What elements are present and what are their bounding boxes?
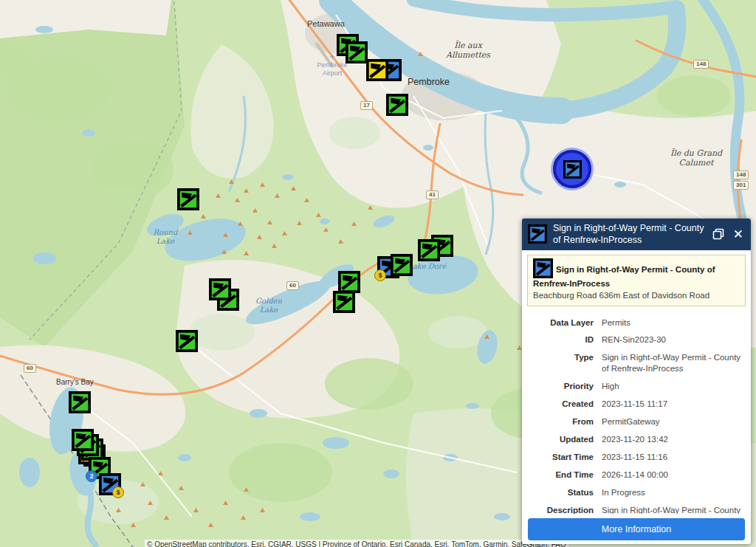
map-attribution: © OpenStreetMap contributors, Esri, CGIA… — [145, 540, 568, 547]
map-marker[interactable] — [209, 278, 231, 300]
field-label: End Time — [523, 469, 602, 481]
close-icon[interactable]: ✕ — [732, 228, 745, 241]
map-marker[interactable] — [333, 291, 355, 313]
field-label: From — [523, 416, 602, 427]
field-row: Updated2023-11-20 13:42 — [523, 434, 745, 445]
field-row: DescriptionSign in Right-of-Way Permit -… — [523, 505, 745, 514]
field-value: 2026-11-14 00:00 — [602, 469, 745, 481]
map-marker[interactable] — [72, 429, 94, 451]
panel-title: Sign in Right-of-Way Permit - County of … — [553, 222, 705, 247]
field-value: Sign in Right-of-Way Permit - County of … — [602, 352, 745, 374]
field-label: Status — [523, 487, 602, 498]
field-value: Sign in Right-of-Way Permit - County of … — [602, 505, 745, 514]
map-marker[interactable] — [346, 41, 368, 63]
field-label: Updated — [523, 434, 602, 445]
field-value: In Progress — [602, 487, 745, 498]
feature-summary: Sign in Right-of-Way Permit - County of … — [527, 255, 746, 306]
feature-summary-title: Sign in Right-of-Way Permit - County of … — [533, 265, 715, 288]
field-value: 2023-11-20 13:42 — [602, 434, 745, 445]
field-row: Created2023-11-15 11:17 — [523, 399, 745, 410]
feature-info-panel: Sign in Right-of-Way Permit - County of … — [522, 219, 751, 544]
feature-summary-address: Beachburg Road 636m East of Davidson Roa… — [533, 290, 740, 302]
field-row: TypeSign in Right-of-Way Permit - County… — [523, 352, 745, 374]
marker-badge: 2 — [86, 470, 97, 482]
map-marker[interactable] — [69, 391, 91, 413]
field-value: 2023-11-15 11:16 — [602, 452, 745, 463]
map-marker[interactable] — [391, 254, 413, 276]
map-marker[interactable] — [177, 188, 199, 210]
field-label: Description — [523, 505, 602, 514]
field-label: Data Layer — [523, 317, 602, 328]
field-label: Priority — [523, 381, 602, 392]
field-row: Data LayerPermits — [523, 317, 745, 328]
field-label: Type — [523, 352, 602, 374]
map-marker[interactable] — [338, 271, 360, 293]
marker-badge: $ — [112, 486, 124, 498]
field-value: REN-Sin2023-30 — [602, 334, 745, 345]
marker-badge: $ — [374, 269, 386, 281]
field-row: PriorityHigh — [523, 381, 745, 392]
field-value: High — [602, 381, 745, 392]
field-value: PermitGateway — [602, 416, 745, 427]
feature-fields: Data LayerPermitsIDREN-Sin2023-30TypeSig… — [522, 308, 751, 514]
map-marker[interactable] — [386, 94, 408, 116]
field-label: ID — [523, 334, 602, 345]
permit-sign-icon — [528, 224, 547, 244]
permit-sign-icon — [533, 258, 553, 278]
map-marker[interactable] — [418, 239, 440, 261]
map-marker[interactable] — [366, 59, 388, 81]
selection-halo[interactable] — [553, 150, 591, 188]
field-label: Created — [523, 399, 602, 410]
field-row: FromPermitGateway — [523, 416, 745, 427]
panel-header: Sign in Right-of-Way Permit - County of … — [522, 219, 751, 250]
field-value: 2023-11-15 11:17 — [602, 399, 745, 410]
map-application: PetawawaPembroke✈ Pembroke AirportÎle au… — [0, 0, 756, 547]
map-marker[interactable] — [176, 330, 198, 352]
map-marker-selected[interactable] — [563, 160, 582, 179]
field-value: Permits — [602, 317, 745, 328]
field-row: Start Time2023-11-15 11:16 — [523, 452, 745, 463]
copy-icon[interactable] — [711, 228, 726, 240]
field-row: End Time2026-11-14 00:00 — [523, 469, 745, 481]
map-marker[interactable]: $ — [99, 473, 121, 495]
field-row: StatusIn Progress — [523, 487, 745, 498]
field-row: IDREN-Sin2023-30 — [523, 334, 745, 345]
more-information-button[interactable]: More Information — [528, 518, 745, 540]
field-label: Start Time — [523, 452, 602, 463]
